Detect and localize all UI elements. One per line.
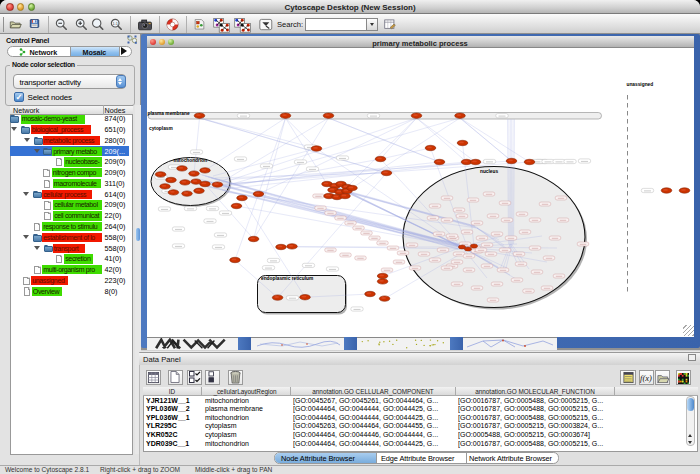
svg-text:1:1: 1:1	[112, 22, 118, 27]
